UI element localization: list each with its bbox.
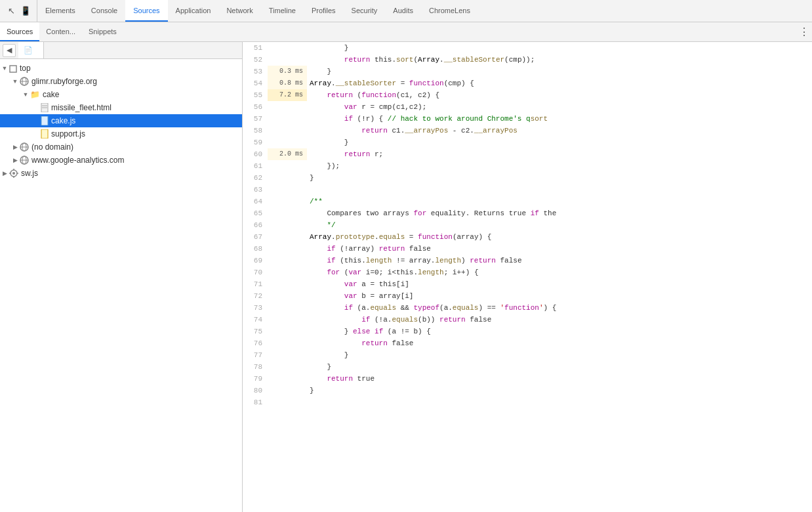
tree-item-icon-cake-js bbox=[41, 116, 49, 126]
tree-toggle[interactable]: ▼ bbox=[10, 78, 20, 85]
line-number: 81 bbox=[243, 396, 268, 408]
line-number: 66 bbox=[243, 219, 268, 231]
line-number: 58 bbox=[243, 125, 268, 137]
code-line-63: 63 bbox=[243, 184, 812, 196]
src-tab-sources[interactable]: Sources bbox=[0, 22, 39, 41]
nav-tab-network[interactable]: Network bbox=[218, 0, 260, 22]
file-tab-cake-js[interactable]: 📄 bbox=[18, 42, 44, 58]
line-number: 80 bbox=[243, 385, 268, 396]
line-content: if (!a.equals(b)) return false bbox=[307, 314, 812, 326]
tree-item-icon-glimr bbox=[20, 77, 29, 87]
tree-item-google-analytics[interactable]: ▶www.google-analytics.com bbox=[0, 154, 242, 167]
tree-item-label-glimr: glimr.rubyforge.org bbox=[31, 77, 97, 86]
line-number: 70 bbox=[243, 267, 268, 278]
line-content: return this.sort(Array.__stableSorter(cm… bbox=[307, 54, 812, 66]
line-number: 56 bbox=[243, 101, 268, 113]
tree-item-no-domain[interactable]: ▶(no domain) bbox=[0, 140, 242, 154]
line-number: 59 bbox=[243, 137, 268, 148]
tree-item-missile-fleet[interactable]: missile_fleet.html bbox=[0, 101, 242, 114]
svg-point-16 bbox=[12, 172, 15, 175]
line-content: var a = this[i] bbox=[307, 278, 812, 290]
nav-tabs: ElementsConsoleSourcesApplicationNetwork… bbox=[37, 0, 812, 22]
tree-toggle[interactable]: ▶ bbox=[0, 170, 9, 177]
line-content: /** bbox=[307, 196, 812, 207]
nav-tab-security[interactable]: Security bbox=[344, 0, 386, 22]
line-timing: 0.3 ms bbox=[268, 66, 307, 77]
file-tab-icon: 📄 bbox=[24, 46, 33, 54]
tree-item-top[interactable]: ▼top bbox=[0, 62, 242, 75]
line-content: Array.__stableSorter = function(cmp) { bbox=[307, 77, 812, 89]
device-icon[interactable]: 📱 bbox=[20, 5, 31, 17]
tree-item-label-cake-js: cake.js bbox=[51, 116, 75, 125]
tree-item-cake-js[interactable]: cake.js bbox=[0, 114, 242, 127]
code-line-74: 74 if (!a.equals(b)) return false bbox=[243, 314, 812, 326]
code-line-61: 61 }); bbox=[243, 160, 812, 172]
tree-toggle[interactable]: ▶ bbox=[10, 144, 20, 150]
tree-item-sw-js[interactable]: ▶sw.js bbox=[0, 167, 242, 180]
tree-item-label-cake-folder: cake bbox=[43, 90, 59, 99]
code-line-55: 557.2 ms return (function(c1, c2) { bbox=[243, 89, 812, 101]
main-area: SourcesConten...Snippets ⋮ ◀ 📄 ▼top▼glim… bbox=[0, 22, 812, 512]
nav-tab-audits[interactable]: Audits bbox=[385, 0, 421, 22]
nav-tab-console[interactable]: Console bbox=[83, 0, 125, 22]
line-number: 68 bbox=[243, 243, 268, 255]
code-line-65: 65 Compares two arrays for equality. Ret… bbox=[243, 207, 812, 219]
code-line-76: 76 return false bbox=[243, 337, 812, 349]
tree-item-label-missile-fleet: missile_fleet.html bbox=[51, 103, 112, 112]
tree-toggle[interactable]: ▼ bbox=[0, 65, 9, 72]
tree-toggle[interactable]: ▼ bbox=[21, 91, 30, 98]
tree-item-glimr[interactable]: ▼glimr.rubyforge.org bbox=[0, 75, 242, 88]
code-line-67: 67Array.prototype.equals = function(arra… bbox=[243, 231, 812, 243]
line-content: if (!array) return false bbox=[307, 243, 812, 255]
nav-tab-timeline[interactable]: Timeline bbox=[261, 0, 304, 22]
nav-tab-application[interactable]: Application bbox=[168, 0, 219, 22]
code-line-62: 62} bbox=[243, 172, 812, 184]
code-line-58: 58 return c1.__arrayPos - c2.__arrayPos bbox=[243, 125, 812, 137]
tree-item-cake-folder[interactable]: ▼📁cake bbox=[0, 88, 242, 101]
code-line-56: 56 var r = cmp(c1,c2); bbox=[243, 101, 812, 113]
nav-tab-profiles[interactable]: Profiles bbox=[304, 0, 344, 22]
code-line-59: 59 } bbox=[243, 137, 812, 148]
line-number: 62 bbox=[243, 172, 268, 184]
code-line-69: 69 if (this.length != array.length) retu… bbox=[243, 255, 812, 267]
line-number: 53 bbox=[243, 66, 268, 77]
tree-item-support-js[interactable]: support.js bbox=[0, 127, 242, 140]
line-content: Array.prototype.equals = function(array)… bbox=[307, 231, 812, 243]
line-timing: 7.2 ms bbox=[268, 89, 307, 101]
more-tabs-button[interactable]: ⋮ bbox=[796, 22, 812, 41]
line-content: for (var i=0; i<this.length; i++) { bbox=[307, 267, 812, 278]
src-tab-conten-[interactable]: Conten... bbox=[39, 22, 82, 41]
code-line-52: 52 return this.sort(Array.__stableSorter… bbox=[243, 54, 812, 66]
line-number: 55 bbox=[243, 89, 268, 101]
line-content: if (a.equals && typeof(a.equals) == 'fun… bbox=[307, 302, 812, 314]
tree-item-icon-cake-folder: 📁 bbox=[30, 90, 40, 99]
nav-tab-chromelens[interactable]: ChromeLens bbox=[421, 0, 478, 22]
line-content: } bbox=[307, 349, 812, 361]
line-number: 79 bbox=[243, 373, 268, 385]
line-content: return (function(c1, c2) { bbox=[307, 89, 812, 101]
code-line-60: 602.0 ms return r; bbox=[243, 148, 812, 160]
line-content: */ bbox=[307, 219, 812, 231]
line-number: 52 bbox=[243, 54, 268, 66]
line-number: 73 bbox=[243, 302, 268, 314]
svg-rect-7 bbox=[41, 116, 48, 125]
line-number: 60 bbox=[243, 148, 268, 160]
cursor-icon[interactable]: ↖ bbox=[5, 5, 17, 17]
line-number: 78 bbox=[243, 361, 268, 373]
src-tab-snippets[interactable]: Snippets bbox=[82, 22, 123, 41]
nav-tab-elements[interactable]: Elements bbox=[37, 0, 83, 22]
code-line-57: 57 if (!r) { // hack to work around Chro… bbox=[243, 113, 812, 125]
tree-item-label-support-js: support.js bbox=[51, 129, 85, 139]
code-line-71: 71 var a = this[i] bbox=[243, 278, 812, 290]
code-editor[interactable]: 51 }52 return this.sort(Array.__stableSo… bbox=[243, 42, 812, 512]
svg-rect-0 bbox=[10, 66, 16, 72]
line-number: 75 bbox=[243, 326, 268, 337]
tree-item-label-no-domain: (no domain) bbox=[31, 142, 73, 152]
code-line-78: 78 } bbox=[243, 361, 812, 373]
line-content: var b = array[i] bbox=[307, 290, 812, 302]
code-line-53: 530.3 ms } bbox=[243, 66, 812, 77]
tree-toggle[interactable]: ▶ bbox=[10, 157, 20, 163]
sources-panel-tabs: SourcesConten...Snippets ⋮ bbox=[0, 22, 812, 42]
nav-tab-sources[interactable]: Sources bbox=[125, 0, 167, 22]
back-button[interactable]: ◀ bbox=[3, 44, 16, 57]
